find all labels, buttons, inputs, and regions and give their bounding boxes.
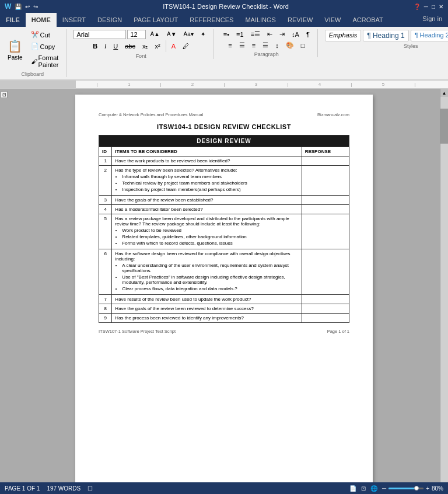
document-area[interactable]: Computer & Network Policies and Procedur… [8,89,440,494]
table-row: 8 Have the goals of the review been revi… [99,304,349,314]
col-header-response: RESPONSE [302,147,349,156]
shading-button[interactable]: 🎨 [283,40,297,50]
show-hide-button[interactable]: ¶ [303,30,313,39]
tab-design[interactable]: DESIGN [92,13,128,27]
help-icon[interactable]: ❓ [414,4,421,10]
row-content-3: Have the goals of the review been establ… [112,196,302,205]
multilevel-button[interactable]: ≡☰ [248,29,263,39]
track-changes-icon: ☐ [88,485,93,492]
row-response-5[interactable] [302,214,349,249]
clipboard-label: Clipboard [21,71,44,77]
list-item: Use of "Best Practices" in software desi… [122,274,298,285]
row-response-7[interactable] [302,295,349,304]
scrollbar-area[interactable]: ▲ ▼ [440,89,448,494]
underline-button[interactable]: U [110,41,121,51]
increase-indent-button[interactable]: ⇥ [276,29,288,39]
tab-references[interactable]: REFERENCES [184,13,239,27]
bold-button[interactable]: B [90,41,100,51]
tab-acrobat[interactable]: ACROBAT [346,13,388,27]
zoom-out-btn[interactable]: ─ [382,485,386,492]
row-response-6[interactable] [302,249,349,295]
restore-btn[interactable]: □ [432,4,435,10]
zoom-in-btn[interactable]: + [426,485,429,492]
text-color-button[interactable]: A [169,41,178,51]
title-bar-left: W 💾 ↩ ↪ [5,2,38,11]
row-response-9[interactable] [302,314,349,323]
paste-button[interactable]: 📋 Paste [4,37,27,62]
strikethrough-button[interactable]: abc [122,41,138,51]
view-web-icon[interactable]: 🌐 [370,485,377,492]
quick-redo[interactable]: ↪ [33,4,38,10]
table-row: 2 Has the type of review been selected? … [99,166,349,196]
tab-file[interactable]: FILE [0,13,26,27]
align-right-button[interactable]: ≡ [249,41,258,50]
left-margin-bar: ⊡ [0,89,8,494]
row-content-8: Have the goals of the review been review… [112,304,302,314]
tab-insert[interactable]: INSERT [57,13,92,27]
format-painter-button[interactable]: 🖌 Format Painter [28,53,62,70]
superscript-button[interactable]: x² [152,41,163,51]
ruler-mark: | [287,82,288,87]
line-spacing-button[interactable]: ↕ [272,41,282,50]
align-left-button[interactable]: ≡ [225,41,235,50]
table-sub-header-row: ID ITEMS TO BE CONSIDERED RESPONSE [99,147,349,156]
scroll-up-btn[interactable]: ▲ [440,89,448,97]
style-heading1[interactable]: ¶ Heading 1 [363,30,409,41]
ribbon-tabs: FILE HOME INSERT DESIGN PAGE LAYOUT REFE… [0,13,448,27]
copy-button[interactable]: 📄 Copy [28,41,62,52]
layout-icon[interactable]: ⊡ [1,91,8,98]
minimize-btn[interactable]: ─ [424,4,428,10]
font-name-input[interactable] [74,30,126,39]
word-count: 197 WORDS [47,485,80,492]
increase-font-button[interactable]: A▲ [147,29,163,39]
view-fullscreen-icon[interactable]: ⊡ [361,485,366,492]
zoom-slider[interactable] [388,488,424,489]
style-heading2[interactable]: ¶ Heading 2 [411,30,448,41]
tab-review[interactable]: REVIEW [282,13,318,27]
quick-undo[interactable]: ↩ [25,4,30,10]
ruler-mark: | [351,82,352,87]
justify-button[interactable]: ☰ [260,40,271,50]
zoom-thumb[interactable] [414,486,419,490]
row-id-4: 4 [99,205,112,214]
scroll-thumb[interactable] [440,109,448,144]
decrease-indent-button[interactable]: ⇤ [264,29,275,39]
align-center-button[interactable]: ☰ [236,40,248,50]
table-row: 1 Have the work products to be reviewed … [99,156,349,166]
borders-button[interactable]: □ [298,41,308,50]
row-response-3[interactable] [302,196,349,205]
row-response-8[interactable] [302,304,349,314]
italic-button[interactable]: I [102,41,109,51]
ribbon-content: 📋 Paste ✂️ Cut 📄 Copy 🖌 Format Painter C… [0,27,448,80]
row-response-4[interactable] [302,205,349,214]
copy-icon: 📄 [31,43,39,50]
cut-button[interactable]: ✂️ Cut [28,29,62,40]
tab-page-layout[interactable]: PAGE LAYOUT [128,13,184,27]
document-title: ITSW104-1 Design Review Checklist - Word [38,3,414,10]
tab-home[interactable]: HOME [26,13,57,27]
tab-view[interactable]: VIEW [318,13,346,27]
clear-format-button[interactable]: ✦ [198,29,208,39]
row-response-1[interactable] [302,156,349,166]
format-painter-icon: 🖌 [31,58,37,65]
sign-in[interactable]: Sign in [416,13,448,27]
subscript-button[interactable]: x₂ [139,41,151,51]
view-print-icon[interactable]: 📄 [349,485,356,492]
font-size-input[interactable] [127,30,146,39]
bullets-button[interactable]: ≡• [220,30,232,39]
sep1 [166,40,166,52]
change-case-button[interactable]: Aa▾ [181,29,197,39]
row-content-1: Have the work products to be reviewed be… [112,156,302,166]
row-content-5: Has a review package been developed and … [112,214,302,249]
highlight-button[interactable]: 🖊 [180,41,192,51]
col-header-id: ID [99,147,112,156]
decrease-font-button[interactable]: A▼ [164,29,180,39]
style-emphasis[interactable]: Emphasis [325,30,361,41]
numbering-button[interactable]: ≡1 [233,30,247,39]
paste-icon: 📋 [8,39,22,53]
row-response-2[interactable] [302,166,349,196]
quick-save[interactable]: 💾 [15,4,22,10]
close-btn[interactable]: ✕ [439,4,443,10]
tab-mailings[interactable]: MAILINGS [239,13,282,27]
sort-button[interactable]: ↕A [289,30,302,39]
